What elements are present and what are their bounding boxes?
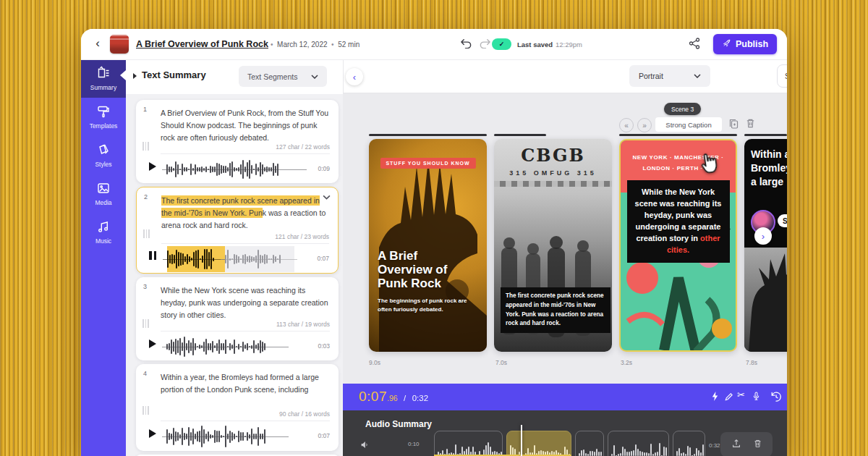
text-summary-panel: Text Summary Text Segments 1 A Brief Ove… <box>126 59 343 456</box>
back-button[interactable]: ‹ <box>90 35 106 51</box>
chevron-down-icon <box>311 75 318 79</box>
segment-text[interactable]: Within a year, the Bromleys had formed a… <box>161 371 331 396</box>
scene-progress-bar <box>494 134 546 136</box>
audio-segment-4[interactable] <box>608 431 669 456</box>
scene-prev-button[interactable]: « <box>619 118 634 132</box>
segment-number: 4 <box>143 370 147 377</box>
episode-title[interactable]: A Brief Overview of Punk Rock <box>136 39 268 49</box>
image-icon <box>96 181 111 197</box>
divider <box>161 331 330 332</box>
replay-back-button[interactable] <box>770 390 783 406</box>
segment-number: 1 <box>143 106 147 113</box>
mic-button[interactable] <box>752 391 761 405</box>
duplicate-scene-button[interactable] <box>728 117 739 132</box>
layers-icon <box>96 143 111 159</box>
scene-card-1[interactable]: STUFF YOU SHOULD KNOW A Brief Overview o… <box>369 139 487 352</box>
segment-card-2[interactable]: 2 The first concrete punk rock scene app… <box>136 187 339 274</box>
audio-segment-1[interactable] <box>434 431 503 456</box>
magic-button[interactable] <box>710 391 720 405</box>
undo-button[interactable] <box>460 38 472 51</box>
paint-roller-icon <box>96 104 111 120</box>
app-window: ‹ A Brief Overview of Punk Rock • March … <box>81 29 787 456</box>
sidebar: Summary Templates Styles Media Music <box>81 59 126 456</box>
audio-segment-3[interactable] <box>575 431 604 456</box>
collapse-panel-button[interactable]: ‹ <box>346 68 363 85</box>
orientation-dropdown[interactable]: Portrait <box>629 65 710 87</box>
segment-waveform[interactable] <box>166 334 304 360</box>
delete-audio-button[interactable] <box>753 438 762 452</box>
preview-toolbar: Portrait San Francisco <box>343 59 787 93</box>
episode-length: 52 min <box>338 41 359 48</box>
font-dropdown[interactable]: San Francisco <box>785 72 787 80</box>
sidebar-item-music[interactable]: Music <box>81 213 126 251</box>
sidebar-item-templates[interactable]: Templates <box>81 98 126 136</box>
sidebar-item-styles[interactable]: Styles <box>81 136 126 174</box>
scene-duration: 7.8s <box>746 359 757 366</box>
sidebar-item-summary[interactable]: Summary <box>81 59 126 98</box>
scene-card-4[interactable]: Within a year, the Bromleys had formed a… <box>744 139 787 352</box>
scene-text: Within a year, the Bromleys had formed a… <box>751 148 787 189</box>
play-button[interactable] <box>149 162 156 171</box>
segment-meta: 127 char / 22 words <box>276 143 330 151</box>
play-button[interactable] <box>149 429 156 438</box>
audio-segment-2-active[interactable] <box>506 431 571 456</box>
segment-text[interactable]: The first concrete punk rock scene appea… <box>161 195 332 231</box>
audio-title: Audio Summary <box>365 419 432 429</box>
sidebar-item-label: Music <box>95 237 111 245</box>
pen-button[interactable] <box>724 392 733 405</box>
segment-number: 2 <box>144 193 148 200</box>
scene-next-button[interactable]: » <box>637 118 652 132</box>
redo-button[interactable] <box>479 38 491 51</box>
share-button[interactable] <box>689 38 700 52</box>
audio-summary-panel: Audio Summary 0:10 0:32 <box>343 410 787 456</box>
scene-progress-bar <box>744 134 787 136</box>
export-audio-button[interactable] <box>731 438 741 452</box>
segment-waveform[interactable] <box>167 246 305 272</box>
cut-button[interactable]: ✂ <box>737 389 745 400</box>
text-segments-dropdown[interactable]: Text Segments <box>239 66 327 87</box>
segment-text[interactable]: While the New York scene was reaching it… <box>161 284 331 321</box>
divider <box>161 421 330 421</box>
scene-card-2[interactable]: CBGB 315 OMFUG 315 The first concrete pu… <box>494 139 612 352</box>
avatar-label: S <box>778 214 787 227</box>
segment-duration: 0:07 <box>317 255 329 262</box>
segment-meta: 113 char / 19 words <box>276 321 330 328</box>
drag-handle[interactable] <box>143 229 150 238</box>
audio-segment-5[interactable] <box>673 431 705 456</box>
collapse-arrow-icon[interactable] <box>133 73 137 79</box>
drag-handle[interactable] <box>142 142 149 151</box>
audio-minimap[interactable] <box>373 436 383 452</box>
sidebar-item-media[interactable]: Media <box>81 174 126 213</box>
segment-card-1[interactable]: 1 A Brief Overview of Punk Rock, from th… <box>136 100 339 183</box>
drag-handle[interactable] <box>142 319 149 328</box>
pause-button[interactable] <box>149 251 156 260</box>
panel-title: Text Summary <box>142 69 206 80</box>
audio-left-time: 0:10 <box>408 441 420 447</box>
check-icon: ✓ <box>499 41 505 48</box>
segment-card-3[interactable]: 3 While the New York scene was reaching … <box>136 277 339 360</box>
chevron-collapse-icon[interactable] <box>323 195 331 200</box>
delete-scene-button[interactable] <box>745 117 756 132</box>
playhead[interactable] <box>521 425 522 456</box>
summary-icon <box>96 66 111 82</box>
segment-waveform[interactable] <box>166 156 304 182</box>
audio-right-time: 0:32 <box>709 442 720 449</box>
text-panel-header: Text Summary Text Segments <box>126 59 343 94</box>
segment-card-4[interactable]: 4 Within a year, the Bromleys had formed… <box>136 364 339 451</box>
drag-handle[interactable] <box>142 406 149 415</box>
saved-badge: ✓ <box>492 38 511 50</box>
volume-icon[interactable] <box>360 439 370 452</box>
caption-style-dropdown[interactable]: Strong Caption <box>655 117 722 132</box>
scene-caption: The first concrete punk rock scene appea… <box>501 287 610 333</box>
segment-text[interactable]: A Brief Overview of Punk Rock, from the … <box>161 107 331 143</box>
scene-progress-bar <box>369 134 487 136</box>
publish-button[interactable]: Publish <box>713 34 777 54</box>
sidebar-item-label: Media <box>95 199 111 206</box>
segment-waveform[interactable] <box>166 423 304 449</box>
segment-duration: 0:03 <box>318 342 330 350</box>
podcast-artwork[interactable] <box>110 35 129 54</box>
carousel-next-button[interactable]: › <box>754 227 772 245</box>
play-button[interactable] <box>149 339 156 348</box>
saved-label: Last saved <box>517 41 553 48</box>
scene-duration: 3.2s <box>621 359 632 366</box>
